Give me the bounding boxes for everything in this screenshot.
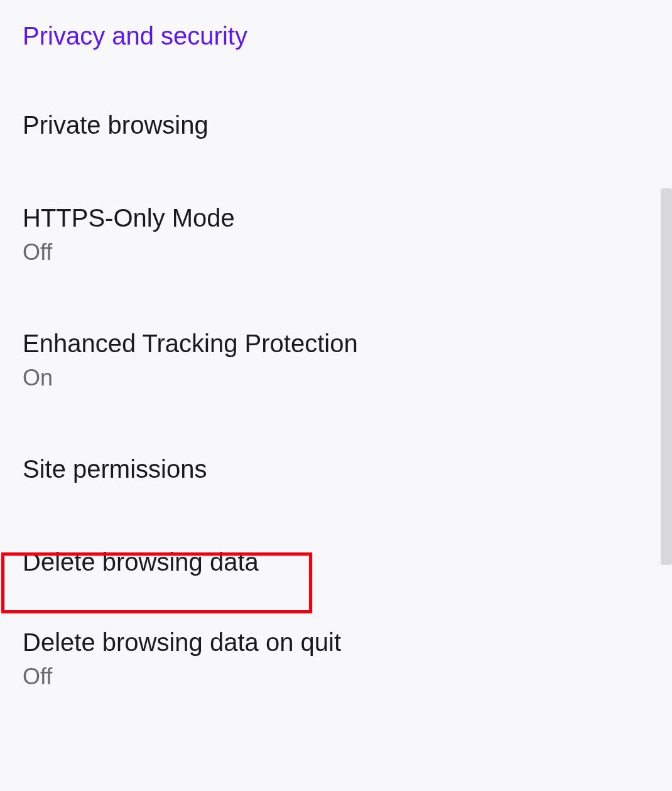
setting-tracking-protection[interactable]: Enhanced Tracking Protection On — [23, 328, 649, 391]
setting-delete-on-quit[interactable]: Delete browsing data on quit Off — [23, 627, 649, 690]
settings-container: Privacy and security Private browsing HT… — [0, 0, 672, 690]
setting-status: Off — [23, 239, 649, 266]
setting-title: Delete browsing data on quit — [23, 627, 649, 657]
setting-title: Delete browsing data — [23, 547, 649, 577]
setting-title: HTTPS-Only Mode — [23, 203, 649, 233]
setting-private-browsing[interactable]: Private browsing — [23, 110, 649, 140]
setting-https-only[interactable]: HTTPS-Only Mode Off — [23, 203, 649, 266]
setting-delete-browsing-data[interactable]: Delete browsing data — [23, 547, 649, 577]
setting-site-permissions[interactable]: Site permissions — [23, 454, 649, 484]
setting-status: Off — [23, 664, 649, 690]
setting-status: On — [23, 365, 649, 391]
setting-title: Site permissions — [23, 454, 649, 484]
setting-title: Private browsing — [23, 110, 649, 140]
setting-title: Enhanced Tracking Protection — [23, 328, 649, 358]
section-header-privacy: Privacy and security — [23, 22, 649, 50]
scrollbar[interactable] — [661, 188, 672, 565]
